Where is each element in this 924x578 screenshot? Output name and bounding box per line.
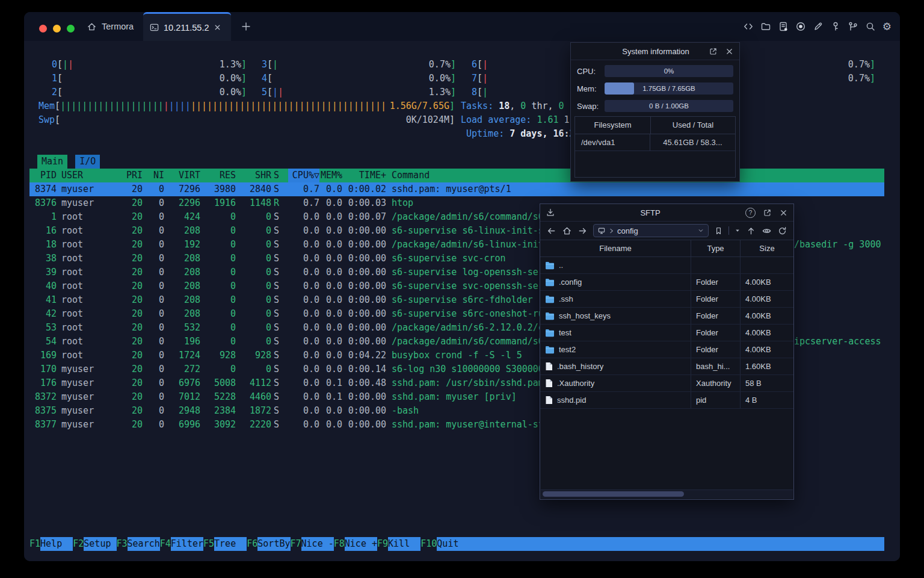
sysinfo-metric-row: CPU:0% — [577, 65, 733, 77]
close-panel-icon[interactable] — [779, 208, 788, 217]
folder-icon — [545, 261, 555, 270]
file-name-cell: sshd.pid — [540, 392, 691, 408]
search-icon[interactable] — [865, 21, 876, 32]
close-window-button[interactable] — [39, 25, 47, 33]
file-type-cell: Folder — [691, 341, 741, 358]
tab-host-session[interactable]: 10.211.55.2 — [143, 12, 231, 41]
home-icon[interactable] — [562, 226, 572, 236]
column-header-time[interactable]: TIME+ — [342, 169, 386, 182]
filesystem-column-header[interactable]: Filesystem — [575, 117, 651, 134]
edit-pencil-icon[interactable] — [813, 21, 824, 32]
sftp-file-row[interactable]: .XauthorityXauthority58 B — [540, 375, 793, 392]
chevron-down-icon[interactable] — [697, 227, 704, 234]
record-icon[interactable] — [795, 21, 806, 32]
new-tab-button[interactable] — [241, 21, 251, 32]
command-overflow-text: ipcserver-access — [794, 335, 881, 349]
metric-progress-bar: 0 B / 1.00GB — [605, 100, 733, 112]
sftp-file-row[interactable]: .configFolder4.00KB — [540, 274, 793, 291]
column-header-shr[interactable]: SHR — [236, 169, 271, 182]
help-icon[interactable]: ? — [745, 208, 756, 218]
file-size-cell: 4.00KB — [741, 325, 793, 341]
column-header-res[interactable]: RES — [200, 169, 236, 182]
used-total-column-header[interactable]: Used / Total — [651, 117, 735, 134]
scrollbar-thumb[interactable] — [543, 491, 684, 497]
back-icon[interactable] — [546, 226, 556, 236]
sftp-file-row[interactable]: .sshFolder4.00KB — [540, 291, 793, 308]
horizontal-scrollbar[interactable] — [541, 489, 793, 499]
swp-meter: Swp[0K/1024M] — [38, 113, 455, 127]
toolbar-divider — [728, 226, 729, 235]
column-header-virt[interactable]: VIRT — [164, 169, 200, 182]
sftp-toolbar: config — [540, 222, 793, 240]
open-in-new-window-icon[interactable] — [709, 47, 718, 56]
sftp-file-row[interactable]: sshd.pidpid4 B — [540, 392, 793, 409]
size-column-header[interactable]: Size — [741, 240, 793, 256]
key-icon[interactable] — [830, 21, 841, 32]
column-header-cpu[interactable]: CPU%▽ — [288, 169, 319, 182]
folder-icon — [545, 329, 555, 337]
close-tab-icon[interactable] — [214, 23, 221, 31]
fkey-action-search: Search — [128, 537, 160, 551]
refresh-icon[interactable] — [777, 226, 787, 236]
open-in-new-window-icon[interactable] — [763, 208, 772, 217]
sysinfo-header[interactable]: System information — [571, 43, 739, 60]
log-document-icon[interactable] — [778, 21, 789, 32]
show-hidden-eye-icon[interactable] — [762, 226, 772, 236]
sysinfo-metric-row: Swap:0 B / 1.00GB — [577, 100, 733, 112]
forward-icon[interactable] — [578, 226, 588, 236]
bookmark-dropdown-icon[interactable] — [735, 228, 741, 234]
cpu-meter-5: 5[||1.3%] — [262, 85, 456, 99]
transfers-download-icon[interactable] — [546, 208, 555, 217]
file-type-cell: Folder — [691, 325, 741, 341]
folder-icon[interactable] — [760, 21, 771, 32]
sysinfo-metric-row: Mem:1.75GB / 7.65GB — [577, 82, 733, 95]
sftp-file-row[interactable]: test2Folder4.00KB — [540, 341, 793, 358]
filename-column-header[interactable]: Filename — [540, 240, 691, 256]
filesystem-row[interactable]: /dev/vda145.61GB / 58.3... — [575, 134, 735, 151]
git-branch-icon[interactable] — [848, 21, 858, 32]
process-row[interactable]: 8374myuser200729639802840S0.70.00:00.02s… — [29, 182, 884, 196]
traffic-lights — [39, 25, 75, 33]
active-tab-label: 10.211.55.2 — [164, 23, 209, 33]
fkey-label: F8 — [334, 537, 345, 551]
tab-termora-home[interactable]: Termora — [81, 12, 140, 41]
file-name-label: .config — [559, 278, 582, 287]
type-column-header[interactable]: Type — [691, 240, 741, 256]
file-name-cell: .Xauthority — [540, 375, 691, 391]
htop-tab-main[interactable]: Main — [37, 155, 67, 169]
column-header-ni[interactable]: NI — [143, 169, 164, 182]
metric-progress-bar: 0% — [605, 65, 733, 77]
htop-tab-io[interactable]: I/O — [75, 155, 100, 169]
cpu-meter-0: 0[||1.3%] — [52, 58, 247, 72]
parent-directory-icon[interactable] — [746, 226, 756, 236]
column-header-s[interactable]: S — [271, 169, 288, 182]
close-panel-icon[interactable] — [725, 47, 734, 56]
zoom-window-button[interactable] — [67, 25, 75, 33]
sftp-file-row[interactable]: ssh_host_keysFolder4.00KB — [540, 308, 793, 325]
column-header-pri[interactable]: PRI — [125, 169, 143, 182]
column-header-mem[interactable]: MEM% — [319, 169, 342, 182]
bookmark-icon[interactable] — [714, 226, 723, 235]
fkey-action-sortby: SortBy — [257, 537, 290, 551]
sftp-table-header: Filename Type Size — [540, 240, 793, 257]
path-breadcrumb[interactable]: config — [593, 224, 709, 237]
home-icon — [87, 22, 97, 32]
computer-icon — [597, 226, 606, 235]
column-header-user[interactable]: USER — [57, 169, 125, 182]
minimize-window-button[interactable] — [53, 25, 61, 33]
column-header-pid[interactable]: PID — [29, 169, 57, 182]
settings-gear-icon[interactable]: ⚙ — [882, 21, 892, 32]
file-type-cell: pid — [691, 392, 741, 408]
fkey-label: F5 — [203, 537, 214, 551]
sftp-header[interactable]: SFTP ? — [540, 204, 793, 222]
file-name-cell: .config — [540, 274, 691, 290]
htop-function-bar: F1Help F2Setup F3SearchF4FilterF5Tree F6… — [29, 537, 884, 551]
sftp-file-row[interactable]: .bash_historybash_hi...1.60KB — [540, 358, 793, 375]
sftp-file-row[interactable]: testFolder4.00KB — [540, 325, 793, 341]
code-snippets-icon[interactable] — [743, 21, 754, 32]
fkey-action-tree: Tree — [214, 537, 247, 551]
sftp-file-row[interactable]: .. — [540, 257, 793, 274]
file-size-cell: 4.00KB — [741, 308, 793, 324]
filesystem-table-header: Filesystem Used / Total — [575, 117, 735, 134]
htop-tabs: MainI/O — [37, 155, 100, 169]
